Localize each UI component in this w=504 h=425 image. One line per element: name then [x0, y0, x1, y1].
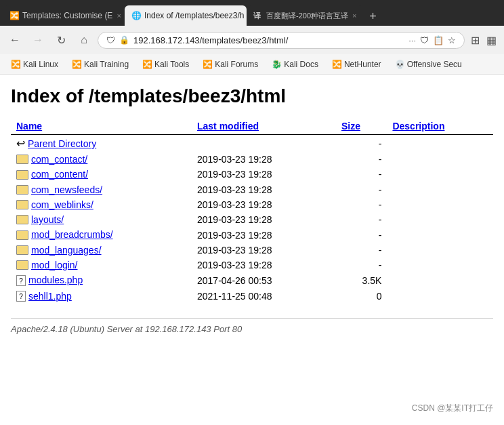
entry-name-cell: mod_login/: [11, 258, 192, 272]
bookmark-kali-tools-label: Kali Tools: [154, 60, 189, 69]
new-tab-button[interactable]: +: [363, 7, 382, 26]
entry-link[interactable]: com_content/: [31, 169, 88, 180]
address-url: 192.168.172.143/templates/beez3/html/: [133, 35, 288, 45]
bookmark-offensive-label: Offensive Secu: [407, 60, 462, 69]
entry-size: 3.5K: [336, 272, 387, 288]
file-icon: ?: [16, 275, 26, 286]
entry-size: -: [336, 152, 387, 167]
table-row: com_weblinks/2019-03-23 19:28-: [11, 197, 493, 212]
col-modified-link[interactable]: Last modified: [197, 121, 259, 131]
entry-name-cell: layouts/: [11, 212, 192, 227]
extensions-icon[interactable]: ⊞: [469, 33, 482, 48]
entry-modified: 2021-11-25 00:48: [192, 289, 336, 304]
entry-description: [387, 243, 493, 258]
table-row: mod_breadcrumbs/2019-03-23 19:28-: [11, 227, 493, 242]
entry-size: -: [336, 167, 387, 182]
entry-link[interactable]: mod_login/: [31, 260, 78, 270]
table-row: mod_login/2019-03-23 19:28-: [11, 258, 493, 272]
entry-description: [387, 182, 493, 197]
entry-modified: 2019-03-23 19:28: [192, 258, 336, 272]
address-bar[interactable]: 🛡 🔒 192.168.172.143/templates/beez3/html…: [98, 32, 465, 49]
entry-link[interactable]: modules.php: [28, 275, 83, 285]
folder-icon: [16, 155, 28, 164]
nav-bar: ← → ↻ ⌂ 🛡 🔒 192.168.172.143/templates/be…: [0, 26, 504, 54]
bookmark-kali-docs-label: Kali Docs: [284, 60, 318, 69]
entry-size: -: [336, 243, 387, 258]
bookmark-kali-forums-label: Kali Forums: [215, 60, 258, 69]
entry-link[interactable]: mod_languages/: [31, 245, 102, 256]
tab-1-label: Templates: Customise (E: [22, 11, 112, 20]
entry-description: [387, 258, 493, 272]
entry-size: -: [336, 227, 387, 242]
sidebar-icon[interactable]: ▦: [484, 33, 499, 48]
bookmark-kali-forums[interactable]: 🔀 Kali Forums: [197, 58, 264, 70]
folder-icon: [16, 245, 28, 255]
bookmark-kali-docs[interactable]: 🐉 Kali Docs: [266, 58, 324, 70]
reload-button[interactable]: ↻: [51, 31, 70, 49]
address-extra-icon: ···: [408, 35, 416, 45]
col-size-link[interactable]: Size: [341, 121, 360, 131]
col-description-header: Description: [387, 118, 493, 135]
tab-2-label: Index of /templates/beez3/h: [144, 11, 244, 20]
bookmark-kali-training-label: Kali Training: [84, 60, 129, 69]
page-content: Index of /templates/beez3/html Name Last…: [0, 75, 504, 380]
bookmark-kali-training[interactable]: 🔀 Kali Training: [66, 58, 134, 70]
entry-modified: [192, 135, 336, 153]
forward-button[interactable]: →: [28, 31, 47, 49]
entry-description: [387, 197, 493, 212]
table-row: layouts/2019-03-23 19:28-: [11, 212, 493, 227]
entry-link[interactable]: com_newsfeeds/: [31, 184, 102, 195]
entry-size: -: [336, 135, 387, 153]
entry-link[interactable]: Parent Directory: [28, 138, 96, 149]
entry-link[interactable]: layouts/: [31, 214, 64, 225]
entry-name-cell: mod_languages/: [11, 243, 192, 258]
entry-modified: 2019-03-23 19:28: [192, 243, 336, 258]
col-description-link[interactable]: Description: [392, 121, 444, 131]
entry-size: -: [336, 182, 387, 197]
entry-description: [387, 212, 493, 227]
home-button[interactable]: ⌂: [75, 31, 93, 49]
back-button[interactable]: ←: [5, 31, 24, 49]
entry-size: -: [336, 197, 387, 212]
entry-link[interactable]: sehll1.php: [28, 291, 72, 302]
bookmark-nethunter[interactable]: 🔀 NetHunter: [327, 58, 387, 70]
table-row: mod_languages/2019-03-23 19:28-: [11, 243, 493, 258]
bookmark-star-icon[interactable]: ☆: [448, 35, 456, 45]
entry-description: [387, 227, 493, 242]
entry-modified: 2019-03-23 19:28: [192, 197, 336, 212]
tab-3[interactable]: 译 百度翻译-200种语言互译 ×: [247, 5, 363, 26]
bookmark-kali-tools[interactable]: 🔀 Kali Tools: [137, 58, 194, 70]
entry-description: [387, 152, 493, 167]
entry-link[interactable]: mod_breadcrumbs/: [31, 229, 113, 240]
kali-linux-icon: 🔀: [11, 60, 21, 69]
tab-1-close[interactable]: ×: [117, 12, 121, 20]
directory-table: Name Last modified Size Description ↩Par…: [11, 118, 493, 304]
table-row: com_newsfeeds/2019-03-23 19:28-: [11, 182, 493, 197]
entry-modified: 2019-03-23 19:28: [192, 167, 336, 182]
page-title: Index of /templates/beez3/html: [11, 85, 493, 107]
entry-modified: 2019-03-23 19:28: [192, 152, 336, 167]
kali-training-icon: 🔀: [72, 60, 82, 69]
tab-1[interactable]: 🔀 Templates: Customise (E ×: [3, 5, 125, 26]
shield-icon: 🛡: [420, 35, 429, 45]
entry-name-cell: com_newsfeeds/: [11, 182, 192, 197]
tab-2[interactable]: 🌐 Index of /templates/beez3/h ×: [125, 5, 247, 26]
bookmark-offensive-secu[interactable]: 💀 Offensive Secu: [390, 58, 467, 70]
entry-size: -: [336, 212, 387, 227]
entry-description: [387, 135, 493, 153]
offensive-icon: 💀: [395, 60, 405, 69]
entry-name-cell: ↩Parent Directory: [11, 135, 192, 153]
col-size-header: Size: [336, 118, 387, 135]
entry-link[interactable]: com_contact/: [31, 154, 87, 165]
table-row: ?modules.php2017-04-26 00:533.5K: [11, 272, 493, 288]
address-text[interactable]: 192.168.172.143/templates/beez3/html/: [133, 35, 404, 45]
table-row: com_contact/2019-03-23 19:28-: [11, 152, 493, 167]
parent-dir-icon: ↩: [16, 138, 25, 149]
folder-icon: [16, 170, 28, 180]
bookmark-kali-linux[interactable]: 🔀 Kali Linux: [5, 58, 64, 70]
entry-link[interactable]: com_weblinks/: [31, 199, 93, 210]
entry-description: [387, 167, 493, 182]
bookmarks-bar: 🔀 Kali Linux 🔀 Kali Training 🔀 Kali Tool…: [0, 54, 504, 75]
tab-3-close[interactable]: ×: [352, 12, 356, 20]
col-name-link[interactable]: Name: [16, 121, 42, 131]
